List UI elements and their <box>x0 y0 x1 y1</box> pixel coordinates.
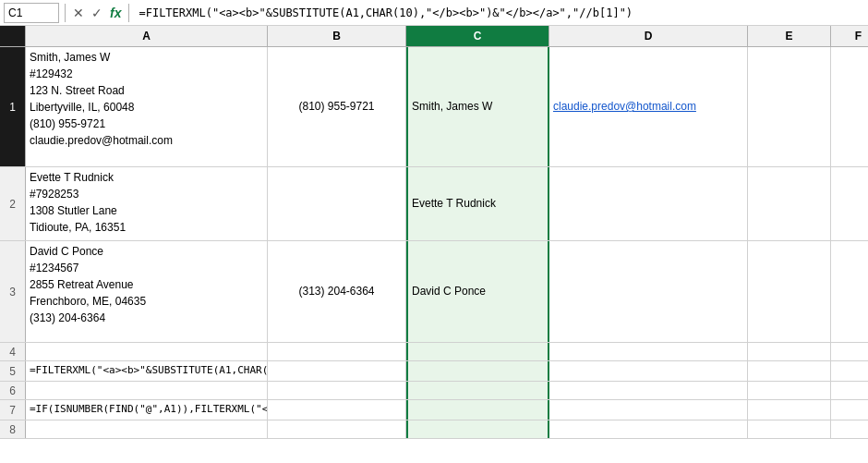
cell-f7 <box>831 400 868 420</box>
cell-d1[interactable]: claudie.predov@hotmail.com <box>549 47 748 166</box>
cell-a5[interactable]: =FILTERXML("<a><b>"&SUBSTITUTE(A1,CHAR(1… <box>26 361 268 381</box>
cell-c2[interactable]: Evette T Rudnick <box>406 167 549 240</box>
cell-ref-value: C1 <box>8 6 22 19</box>
col-header-f[interactable]: F <box>831 26 868 46</box>
cell-e1[interactable] <box>748 47 831 166</box>
row-num-5: 5 <box>0 361 26 381</box>
cell-d4[interactable] <box>549 343 748 360</box>
cell-b2[interactable] <box>268 167 406 240</box>
col-header-e[interactable]: E <box>748 26 831 46</box>
row-num-7: 7 <box>0 400 26 420</box>
grid-row-3: 3 David C Ponce #1234567 2855 Retreat Av… <box>0 241 868 343</box>
cell-d7[interactable] <box>549 400 748 420</box>
cell-c4[interactable] <box>406 343 549 360</box>
cell-b8[interactable] <box>268 420 406 438</box>
spreadsheet: A B C D E F 1 Smith, James W #129432 123… <box>0 26 868 439</box>
cell-e4[interactable] <box>748 343 831 360</box>
confirm-icon[interactable]: ✓ <box>90 6 104 20</box>
row-num-2: 2 <box>0 167 26 240</box>
cell-b4[interactable] <box>268 343 406 360</box>
cell-d5[interactable] <box>549 361 748 381</box>
grid-row-8: 8 <box>0 420 868 439</box>
separator2 <box>128 4 129 22</box>
cell-reference-box[interactable]: C1 <box>4 3 59 23</box>
cell-f6 <box>831 382 868 399</box>
separator <box>65 4 66 22</box>
grid-row-6: 6 <box>0 382 868 400</box>
formula-bar: C1 ✕ ✓ fx <box>0 0 868 26</box>
cell-c5[interactable] <box>406 361 549 381</box>
cell-a3[interactable]: David C Ponce #1234567 2855 Retreat Aven… <box>26 241 268 342</box>
cell-f4 <box>831 343 868 360</box>
row-num-header-corner <box>0 26 26 46</box>
cell-a2[interactable]: Evette T Rudnick #7928253 1308 Stutler L… <box>26 167 268 240</box>
cell-c7[interactable] <box>406 400 549 420</box>
cell-b5[interactable] <box>268 361 406 381</box>
cell-c6[interactable] <box>406 382 549 399</box>
cell-e8[interactable] <box>748 420 831 438</box>
cell-a8[interactable] <box>26 420 268 438</box>
cell-d2[interactable] <box>549 167 748 240</box>
cell-f1 <box>831 47 868 166</box>
cell-b1[interactable]: (810) 955-9721 <box>268 47 406 166</box>
cell-c8[interactable] <box>406 420 549 438</box>
cell-e6[interactable] <box>748 382 831 399</box>
grid-row-2: 2 Evette T Rudnick #7928253 1308 Stutler… <box>0 167 868 241</box>
cell-e3[interactable] <box>748 241 831 342</box>
cell-f5 <box>831 361 868 381</box>
cell-a4[interactable] <box>26 343 268 360</box>
cell-e2[interactable] <box>748 167 831 240</box>
cell-f2 <box>831 167 868 240</box>
col-header-c[interactable]: C <box>406 26 549 46</box>
cell-c1[interactable]: Smith, James W <box>406 47 549 166</box>
formula-bar-icons: ✕ ✓ fx <box>71 6 123 20</box>
cell-c3[interactable]: David C Ponce <box>406 241 549 342</box>
cell-d3[interactable] <box>549 241 748 342</box>
cell-a6[interactable] <box>26 382 268 399</box>
cell-a7[interactable]: =IF(ISNUMBER(FIND("@",A1)),FILTERXML("<a… <box>26 400 268 420</box>
cell-d6[interactable] <box>549 382 748 399</box>
row-num-6: 6 <box>0 382 26 399</box>
cell-e7[interactable] <box>748 400 831 420</box>
cell-b3[interactable]: (313) 204-6364 <box>268 241 406 342</box>
col-header-d[interactable]: D <box>549 26 748 46</box>
col-header-b[interactable]: B <box>268 26 406 46</box>
cell-b6[interactable] <box>268 382 406 399</box>
column-headers: A B C D E F <box>0 26 868 47</box>
formula-input[interactable] <box>135 6 864 19</box>
grid-row-4: 4 <box>0 343 868 361</box>
grid-row-5: 5 =FILTERXML("<a><b>"&SUBSTITUTE(A1,CHAR… <box>0 361 868 382</box>
fx-icon[interactable]: fx <box>108 6 123 20</box>
cell-f3 <box>831 241 868 342</box>
row-num-4: 4 <box>0 343 26 360</box>
cell-a1[interactable]: Smith, James W #129432 123 N. Street Roa… <box>26 47 268 166</box>
cancel-icon[interactable]: ✕ <box>71 6 86 20</box>
grid-row-7: 7 =IF(ISNUMBER(FIND("@",A1)),FILTERXML("… <box>0 400 868 420</box>
cell-d8[interactable] <box>549 420 748 438</box>
row-num-8: 8 <box>0 420 26 438</box>
col-header-a[interactable]: A <box>26 26 268 46</box>
grid-row-1: 1 Smith, James W #129432 123 N. Street R… <box>0 47 868 167</box>
row-num-3: 3 <box>0 241 26 342</box>
cell-b7[interactable] <box>268 400 406 420</box>
row-num-1: 1 <box>0 47 26 166</box>
cell-f8 <box>831 420 868 438</box>
cell-e5[interactable] <box>748 361 831 381</box>
